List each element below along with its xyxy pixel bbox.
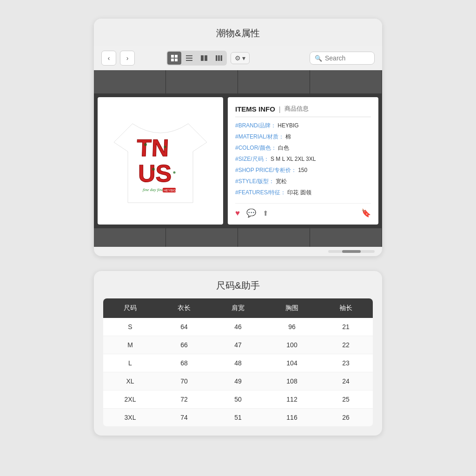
svg-point-15 xyxy=(164,146,166,148)
col-length: 衣长 xyxy=(157,298,211,318)
share-button[interactable]: ⬆ xyxy=(263,209,269,218)
table-cell: 23 xyxy=(319,354,373,372)
svg-point-16 xyxy=(152,168,155,171)
table-cell: 112 xyxy=(265,390,319,409)
info-panel: ITEMS INFO | 商品信息 #BRAND/品牌： HEYBIG #MAT… xyxy=(228,97,378,225)
table-cell: 21 xyxy=(319,318,373,336)
color-tag: #COLOR/颜色： xyxy=(235,145,277,151)
table-cell: 104 xyxy=(265,354,319,372)
svg-rect-2 xyxy=(171,59,174,61)
table-cell: S xyxy=(103,318,157,336)
table-cell: 48 xyxy=(211,354,265,372)
scrollbar-area xyxy=(94,247,382,256)
table-cell: 68 xyxy=(157,354,211,372)
col-size: 尺码 xyxy=(103,298,157,318)
info-size-row: #SIZE/尺码： S M L XL 2XL 3XL xyxy=(235,155,371,163)
svg-rect-0 xyxy=(171,55,174,58)
like-button[interactable]: ♥ xyxy=(235,209,240,218)
comment-button[interactable]: 💬 xyxy=(246,208,256,218)
table-cell: 66 xyxy=(157,336,211,354)
brand-tag: #BRAND/品牌： xyxy=(235,122,276,129)
thumb-top-2 xyxy=(166,70,238,93)
svg-rect-6 xyxy=(186,60,192,61)
svg-rect-9 xyxy=(216,55,218,61)
info-style-row: #STYLE/版型： 宽松 xyxy=(235,178,371,185)
table-cell: 49 xyxy=(211,372,265,390)
view-grid-button[interactable] xyxy=(167,52,181,65)
price-tag: #SHOP PRICE/专柜价： xyxy=(235,167,297,173)
top-card-title: 潮物&属性 xyxy=(94,19,382,46)
info-actions: ♥ 💬 ⬆ 🔖 xyxy=(235,203,371,218)
items-info-cn-label: 商品信息 xyxy=(284,105,309,113)
view-list-button[interactable] xyxy=(182,52,196,65)
gallery-prev-button[interactable]: ‹ xyxy=(98,152,112,165)
search-input[interactable] xyxy=(325,54,370,62)
table-cell: 51 xyxy=(211,409,265,427)
table-row: M664710022 xyxy=(103,336,373,354)
col-sleeve: 袖长 xyxy=(319,298,373,318)
style-tag: #STYLE/版型： xyxy=(235,178,274,185)
svg-rect-3 xyxy=(175,59,178,61)
thumb-bottom-3 xyxy=(238,228,310,247)
table-cell: 25 xyxy=(319,390,373,409)
table-cell: 24 xyxy=(319,372,373,390)
table-cell: 96 xyxy=(265,318,319,336)
top-card: 潮物&属性 ‹ › xyxy=(94,19,382,256)
tshirt-display: TN US fine day fine time HEYBIG xyxy=(98,97,223,225)
color-value: 白色 xyxy=(278,145,289,151)
table-cell: 116 xyxy=(265,409,319,427)
table-row: S64469621 xyxy=(103,318,373,336)
gallery-next-button[interactable]: › xyxy=(364,152,378,165)
price-value: 150 xyxy=(298,167,307,173)
table-cell: 74 xyxy=(157,409,211,427)
table-cell: 108 xyxy=(265,372,319,390)
brand-value: HEYBIG xyxy=(278,122,298,129)
gear-button[interactable]: ⚙ ▾ xyxy=(231,52,250,64)
table-cell: 47 xyxy=(211,336,265,354)
material-tag: #MATERIAL/材质： xyxy=(235,133,284,140)
table-cell: 26 xyxy=(319,409,373,427)
svg-rect-1 xyxy=(175,55,178,58)
scrollbar-track[interactable] xyxy=(328,250,375,253)
table-header-row: 尺码 衣长 肩宽 胸围 袖长 xyxy=(103,298,373,318)
info-material-row: #MATERIAL/材质： 棉 xyxy=(235,133,371,141)
svg-text:US: US xyxy=(138,160,172,187)
bookmark-button[interactable]: 🔖 xyxy=(361,208,371,218)
table-cell: M xyxy=(103,336,157,354)
view-col3-button[interactable] xyxy=(212,52,226,65)
table-cell: 46 xyxy=(211,318,265,336)
thumb-bottom-2 xyxy=(166,228,238,247)
info-price-row: #SHOP PRICE/专柜价： 150 xyxy=(235,166,371,174)
size-tag: #SIZE/尺码： xyxy=(235,156,269,162)
info-color-row: #COLOR/颜色： 白色 xyxy=(235,144,371,152)
col-shoulder: 肩宽 xyxy=(211,298,265,318)
features-tag: #FEATURES/特征： xyxy=(235,189,286,196)
table-cell: 72 xyxy=(157,390,211,409)
svg-rect-7 xyxy=(201,55,204,61)
tshirt-image: TN US fine day fine time HEYBIG xyxy=(114,110,207,212)
svg-rect-5 xyxy=(186,58,192,59)
svg-rect-8 xyxy=(205,55,207,61)
thumb-top-4 xyxy=(310,70,382,93)
view-col2-button[interactable] xyxy=(197,52,211,65)
svg-text:HEYBIG: HEYBIG xyxy=(164,189,176,192)
bottom-card-title: 尺码&助手 xyxy=(94,271,382,298)
forward-button[interactable]: › xyxy=(120,51,135,66)
table-cell: 64 xyxy=(157,318,211,336)
gear-icon: ⚙ xyxy=(235,54,241,62)
scrollbar-thumb[interactable] xyxy=(342,250,361,253)
info-features-row: #FEATURES/特征： 印花 圆领 xyxy=(235,189,371,197)
svg-point-14 xyxy=(144,143,147,146)
table-cell: 50 xyxy=(211,390,265,409)
back-button[interactable]: ‹ xyxy=(101,51,116,66)
items-info-label: ITEMS INFO xyxy=(235,105,275,113)
thumb-top-3 xyxy=(238,70,310,93)
info-panel-title: ITEMS INFO | 商品信息 xyxy=(235,105,371,117)
table-row: L684810423 xyxy=(103,354,373,372)
search-box[interactable]: 🔍 xyxy=(310,52,375,65)
col-chest: 胸围 xyxy=(265,298,319,318)
table-cell: 3XL xyxy=(103,409,157,427)
thumb-top-1 xyxy=(94,70,166,93)
thumb-bottom-1 xyxy=(94,228,166,247)
material-value: 棉 xyxy=(285,133,291,140)
